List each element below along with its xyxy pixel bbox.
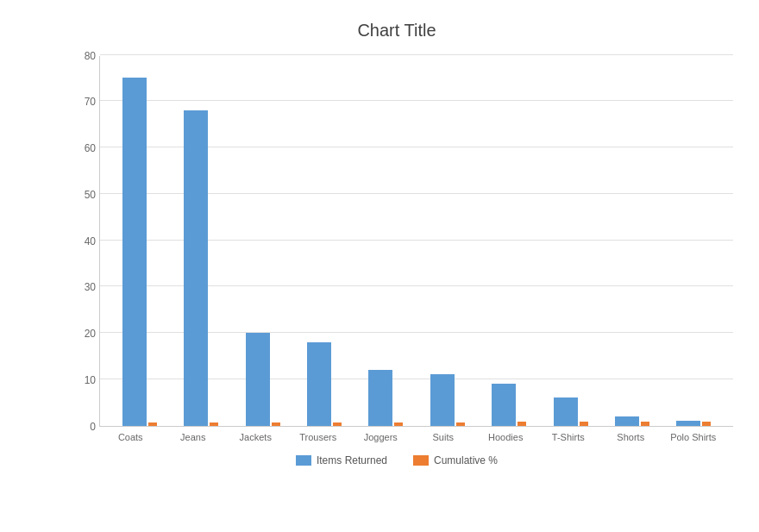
y-axis: 01020304050607080: [60, 56, 99, 427]
bar-cumulative: [641, 422, 649, 425]
y-axis-label: 0: [90, 421, 96, 433]
y-axis-label: 20: [85, 328, 96, 340]
bar-cumulative: [456, 422, 465, 426]
bar-group: [293, 56, 354, 426]
x-axis-label: Suits: [412, 432, 475, 442]
x-axis-label: Coats: [99, 432, 162, 442]
chart-title: Chart Title: [60, 21, 733, 41]
legend-color-returns: [296, 455, 311, 466]
bars-section: [100, 56, 733, 426]
x-axis-labels: CoatsJeansJacketsTrousersJoggersSuitsHoo…: [60, 432, 733, 442]
x-axis-label: Joggers: [349, 432, 412, 442]
legend-item-returns: Items Returned: [296, 454, 387, 466]
bar-group: [355, 56, 417, 426]
bar-returns: [368, 370, 392, 426]
x-axis-label: Jeans: [162, 432, 225, 442]
y-axis-label: 10: [85, 374, 96, 386]
bar-group: [478, 56, 539, 426]
bar-returns: [615, 416, 639, 426]
chart-container: Chart Title 01020304050607080 CoatsJeans…: [9, 12, 750, 521]
bar-returns: [430, 374, 455, 425]
x-axis-label: Shorts: [599, 432, 662, 442]
bar-group: [540, 56, 601, 426]
legend-label-cumulative: Cumulative %: [434, 454, 498, 466]
bar-group: [663, 56, 724, 426]
x-axis-label: Polo Shirts: [662, 432, 725, 442]
bar-cumulative: [394, 422, 403, 426]
bar-cumulative: [518, 422, 526, 425]
gridline: [100, 54, 733, 55]
chart-plot-area: [99, 56, 733, 427]
legend: Items Returned Cumulative %: [60, 454, 733, 466]
bar-cumulative: [272, 422, 280, 426]
bar-cumulative: [702, 422, 711, 426]
x-axis-label: T-Shirts: [537, 432, 600, 442]
legend-color-cumulative: [413, 455, 429, 466]
y-axis-label: 60: [85, 142, 96, 154]
y-axis-label: 30: [85, 281, 96, 293]
x-axis-label: Hoodies: [474, 432, 537, 442]
bar-group: [109, 56, 170, 426]
legend-label-returns: Items Returned: [317, 454, 387, 466]
x-axis-label: Jackets: [224, 432, 287, 442]
x-axis-label: Trousers: [287, 432, 350, 442]
bar-group: [601, 56, 662, 426]
y-axis-label: 40: [85, 235, 96, 247]
bar-returns: [246, 333, 270, 426]
bar-returns: [492, 384, 516, 425]
legend-item-cumulative: Cumulative %: [413, 454, 498, 466]
bar-cumulative: [580, 422, 588, 426]
y-axis-label: 50: [85, 189, 96, 201]
bar-group: [170, 56, 231, 426]
bar-returns: [122, 78, 147, 425]
bar-group: [232, 56, 293, 426]
bar-group: [417, 56, 478, 426]
bar-returns: [554, 397, 578, 425]
bar-cumulative: [148, 422, 157, 426]
bar-returns: [184, 110, 208, 426]
bar-returns: [307, 342, 331, 426]
y-axis-label: 70: [85, 96, 96, 108]
bar-cumulative: [333, 422, 342, 426]
bar-returns: [676, 421, 700, 425]
y-axis-label: 80: [85, 50, 96, 62]
bar-cumulative: [210, 422, 218, 426]
